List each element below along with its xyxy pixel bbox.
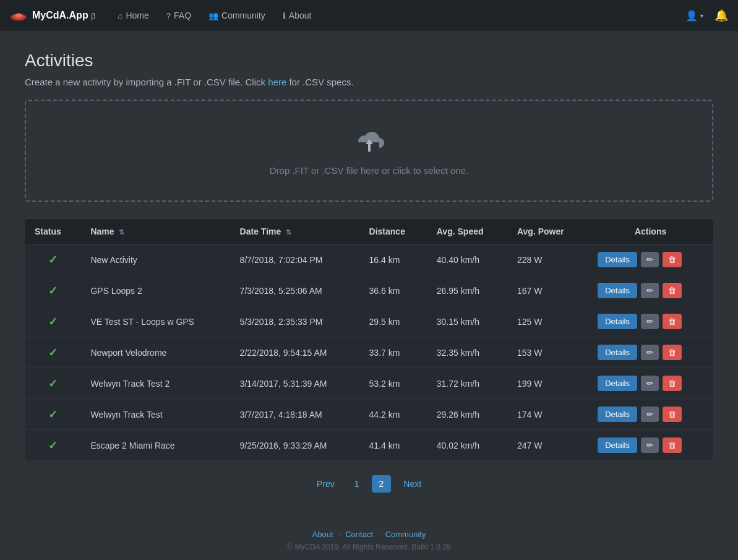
row-actions: Details ✏ 🗑 (588, 275, 713, 306)
prev-page-link[interactable]: Prev (309, 475, 342, 493)
footer-links: About · Contact · Community (12, 530, 726, 539)
delete-button[interactable]: 🗑 (663, 376, 682, 391)
question-icon: ? (166, 11, 171, 20)
table-header: Status Name ⇅ Date Time ⇅ Distance Avg. … (25, 219, 713, 244)
table-row: ✓ Welwyn Track Test 2 3/14/2017, 5:31:39… (25, 368, 713, 399)
footer-community-link[interactable]: Community (385, 530, 426, 539)
nav-faq[interactable]: ? FAQ (159, 6, 199, 25)
row-distance: 53.2 km (359, 368, 427, 399)
delete-button[interactable]: 🗑 (663, 252, 682, 267)
footer-contact-link[interactable]: Contact (345, 530, 373, 539)
col-name[interactable]: Name ⇅ (80, 219, 230, 244)
row-datetime: 3/7/2017, 4:18:18 AM (230, 399, 359, 430)
edit-button[interactable]: ✏ (641, 314, 659, 329)
delete-button[interactable]: 🗑 (663, 283, 682, 298)
row-name: GPS Loops 2 (80, 275, 230, 306)
brand-link[interactable]: MyCdA.App β (10, 9, 96, 22)
nav-community[interactable]: 👥 Community (201, 6, 273, 25)
nav-links: ⌂ Home ? FAQ 👥 Community ℹ About (111, 6, 679, 25)
row-actions: Details ✏ 🗑 (588, 337, 713, 368)
row-name: VE Test ST - Loops w GPS (80, 306, 230, 337)
next-page-link[interactable]: Next (396, 475, 429, 493)
page-subtitle: Create a new activity by importing a .FI… (25, 77, 713, 87)
row-distance: 41.4 km (359, 430, 427, 461)
notifications-icon[interactable]: 🔔 (714, 9, 728, 22)
user-icon: 👤 (685, 10, 698, 22)
col-actions: Actions (588, 219, 713, 244)
details-button[interactable]: Details (598, 345, 637, 360)
details-button[interactable]: Details (598, 407, 637, 422)
delete-button[interactable]: 🗑 (663, 345, 682, 360)
user-dropdown-arrow: ▾ (700, 12, 703, 19)
page-2-link[interactable]: 2 (372, 475, 392, 493)
row-distance: 16.4 km (359, 244, 427, 275)
details-button[interactable]: Details (598, 283, 637, 298)
details-button[interactable]: Details (598, 252, 637, 267)
col-status: Status (25, 219, 80, 244)
row-name: Newport Velodrome (80, 337, 230, 368)
file-drop-zone[interactable]: Drop .FIT or .CSV file here or click to … (25, 100, 713, 202)
row-avg-speed: 26.95 km/h (427, 275, 507, 306)
activities-table: Status Name ⇅ Date Time ⇅ Distance Avg. … (25, 219, 713, 460)
details-button[interactable]: Details (598, 314, 637, 329)
row-avg-speed: 40.40 km/h (427, 244, 507, 275)
col-datetime[interactable]: Date Time ⇅ (230, 219, 359, 244)
status-check-icon: ✓ (48, 316, 58, 328)
row-status: ✓ (25, 430, 80, 461)
row-distance: 29.5 km (359, 306, 427, 337)
row-status: ✓ (25, 337, 80, 368)
row-status: ✓ (25, 306, 80, 337)
table-row: ✓ VE Test ST - Loops w GPS 5/3/2018, 2:3… (25, 306, 713, 337)
csv-specs-link[interactable]: here (268, 77, 286, 87)
delete-button[interactable]: 🗑 (663, 314, 682, 329)
row-datetime: 7/3/2018, 5:25:06 AM (230, 275, 359, 306)
row-status: ✓ (25, 399, 80, 430)
svg-point-2 (15, 14, 22, 17)
row-name: Escape 2 Miami Race (80, 430, 230, 461)
details-button[interactable]: Details (598, 376, 637, 391)
edit-button[interactable]: ✏ (641, 376, 659, 391)
edit-button[interactable]: ✏ (641, 252, 659, 267)
edit-button[interactable]: ✏ (641, 283, 659, 298)
community-icon: 👥 (208, 11, 218, 20)
delete-button[interactable]: 🗑 (663, 407, 682, 422)
row-distance: 44.2 km (359, 399, 427, 430)
main-content: Activities Create a new activity by impo… (0, 31, 738, 512)
row-actions: Details ✏ 🗑 (588, 430, 713, 461)
row-avg-power: 174 W (507, 399, 588, 430)
delete-button[interactable]: 🗑 (663, 437, 682, 453)
row-actions: Details ✏ 🗑 (588, 306, 713, 337)
status-check-icon: ✓ (48, 408, 58, 421)
page-1-link[interactable]: 1 (347, 475, 367, 493)
row-actions: Details ✏ 🗑 (588, 244, 713, 275)
row-status: ✓ (25, 244, 80, 275)
user-menu-button[interactable]: 👤 ▾ (679, 6, 710, 25)
navbar-right: 👤 ▾ 🔔 (679, 6, 728, 25)
drop-zone-text: Drop .FIT or .CSV file here or click to … (38, 165, 700, 176)
edit-button[interactable]: ✏ (641, 407, 659, 422)
copyright-text: © MyCDA 2019. All Rights Reserved. Build… (12, 543, 726, 551)
nav-about[interactable]: ℹ About (275, 6, 319, 25)
row-datetime: 3/14/2017, 5:31:39 AM (230, 368, 359, 399)
pagination: Prev 1 2 Next (25, 475, 713, 493)
cloud-upload-icon (350, 126, 389, 158)
col-avg-speed: Avg. Speed (427, 219, 507, 244)
edit-button[interactable]: ✏ (641, 437, 659, 453)
col-distance: Distance (359, 219, 427, 244)
edit-button[interactable]: ✏ (641, 345, 659, 360)
row-datetime: 9/25/2016, 9:33:29 AM (230, 430, 359, 461)
row-actions: Details ✏ 🗑 (588, 399, 713, 430)
footer-about-link[interactable]: About (312, 530, 333, 539)
row-avg-speed: 30.15 km/h (427, 306, 507, 337)
brand-name: MyCdA.App β (32, 10, 96, 21)
row-actions: Details ✏ 🗑 (588, 368, 713, 399)
nav-home[interactable]: ⌂ Home (111, 6, 157, 25)
name-sort-icon: ⇅ (119, 228, 124, 236)
row-avg-power: 247 W (507, 430, 588, 461)
page-title: Activities (25, 51, 713, 71)
details-button[interactable]: Details (598, 437, 637, 453)
table-row: ✓ New Activity 8/7/2018, 7:02:04 PM 16.4… (25, 244, 713, 275)
row-name: Welwyn Track Test (80, 399, 230, 430)
row-datetime: 5/3/2018, 2:35:33 PM (230, 306, 359, 337)
row-datetime: 8/7/2018, 7:02:04 PM (230, 244, 359, 275)
